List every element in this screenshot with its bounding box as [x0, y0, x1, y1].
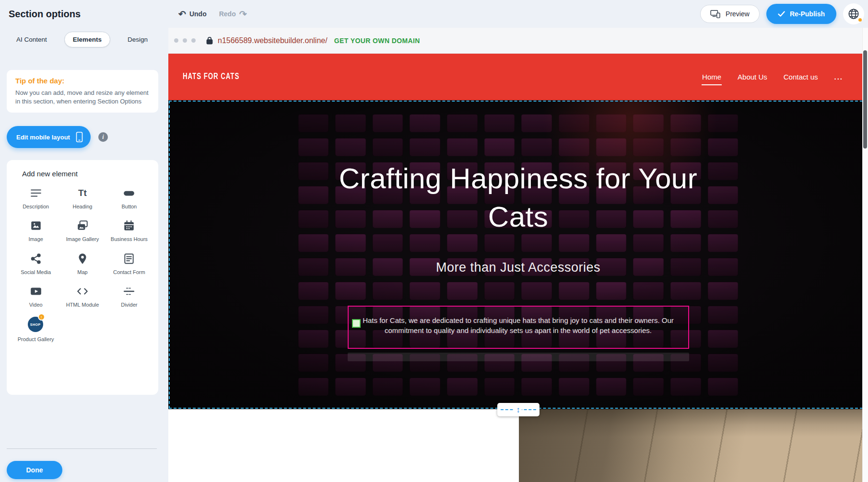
hero-tile — [484, 282, 515, 300]
hero-tile — [559, 282, 590, 300]
redo-label: Redo — [219, 10, 236, 18]
preview-button[interactable]: Preview — [700, 5, 760, 23]
check-icon — [778, 11, 785, 17]
hero-subheading[interactable]: More than Just Accessories — [168, 260, 868, 275]
hero-tile — [707, 282, 739, 300]
button-icon — [122, 186, 136, 200]
hero-tile — [633, 282, 664, 300]
hero-tile — [298, 210, 329, 228]
hero-section[interactable]: Crafting Happiness for Your Cats More th… — [168, 100, 868, 409]
hero-tile — [335, 378, 366, 396]
tab-ai-content[interactable]: AI Content — [8, 32, 56, 47]
hero-tile — [298, 282, 329, 300]
element-image[interactable]: Image — [12, 216, 59, 245]
preview-label: Preview — [726, 10, 750, 18]
hero-tile — [484, 378, 515, 396]
element-contact-form[interactable]: Contact Form — [106, 249, 152, 278]
element-business-hours[interactable]: Business Hours — [106, 216, 152, 245]
shop-icon: SHOP ↑ — [28, 317, 44, 333]
element-image-gallery[interactable]: Image Gallery — [59, 216, 106, 245]
hero-tile — [596, 114, 627, 132]
hero-tile — [521, 114, 552, 132]
hero-tile — [484, 234, 515, 252]
heading-icon: Tt — [75, 186, 90, 200]
browser-chrome: n1566589.websitebuilder.online/ GET YOUR… — [168, 28, 868, 54]
hero-tile — [707, 234, 739, 252]
add-element-card: Add new element Description Tt Heading — [7, 160, 158, 395]
upgrade-badge-icon: ↑ — [38, 313, 45, 321]
video-icon — [29, 284, 43, 298]
next-section — [168, 409, 868, 482]
element-divider[interactable]: Divider — [106, 282, 152, 310]
hero-tile — [372, 114, 403, 132]
section-options-panel: AI Content Elements Design Tip of the da… — [0, 28, 168, 482]
nav-home[interactable]: Home — [702, 73, 721, 81]
hero-tile — [521, 234, 552, 252]
language-button[interactable] — [843, 3, 864, 24]
ghost-element-strip — [348, 353, 689, 361]
site-header: HATS FOR CATS Home About Us Contact us .… — [168, 54, 868, 100]
resize-arrows-icon: ↕ — [515, 406, 522, 414]
hero-tile — [670, 234, 702, 252]
info-icon[interactable]: i — [98, 132, 108, 142]
lock-icon — [206, 36, 213, 45]
hero-tile — [707, 162, 739, 180]
hero-tile — [447, 282, 478, 300]
hero-tile — [335, 138, 366, 156]
hero-tile — [372, 378, 403, 396]
element-map[interactable]: Map — [59, 249, 106, 278]
element-video[interactable]: Video — [12, 282, 59, 310]
element-html-module[interactable]: HTML Module — [59, 282, 106, 310]
hero-tile — [559, 234, 590, 252]
edit-mobile-layout-button[interactable]: Edit mobile layout — [7, 126, 91, 148]
tab-design[interactable]: Design — [119, 32, 156, 47]
element-description[interactable]: Description — [12, 184, 59, 212]
hero-tile — [707, 138, 739, 156]
tab-elements[interactable]: Elements — [64, 32, 110, 47]
hero-tile — [707, 330, 739, 348]
hero-tile — [633, 114, 664, 132]
hero-tile — [298, 378, 329, 396]
element-button[interactable]: Button — [106, 184, 152, 212]
add-element-title: Add new element — [22, 170, 152, 178]
phone-icon — [76, 132, 83, 142]
hero-paragraph[interactable]: Hats for Cats, we are dedicated to craft… — [353, 315, 683, 335]
page-title: Section options — [9, 9, 81, 20]
hero-tile — [372, 234, 403, 252]
section-resize-handle[interactable]: ↕ — [497, 403, 540, 416]
hero-tile — [447, 234, 478, 252]
sidebar-divider — [7, 448, 157, 449]
hero-tile — [596, 282, 627, 300]
undo-button[interactable]: ↶ Undo — [178, 10, 207, 19]
panel-tabs: AI Content Elements Design — [8, 32, 156, 47]
hero-tile — [633, 138, 664, 156]
globe-icon — [847, 8, 860, 20]
hero-tile — [335, 114, 366, 132]
hero-heading[interactable]: Crafting Happiness for Your Cats — [334, 160, 703, 236]
selected-paragraph-box[interactable]: Hats for Cats, we are dedicated to craft… — [348, 306, 689, 349]
site-preview-window: n1566589.websitebuilder.online/ GET YOUR… — [168, 28, 868, 482]
element-product-gallery[interactable]: SHOP ↑ Product Gallery — [12, 314, 59, 345]
site-nav: Home About Us Contact us ... — [702, 54, 843, 100]
republish-button[interactable]: Re-Publish — [766, 4, 836, 24]
top-toolbar: Section options ↶ Undo Redo ↷ Preview — [0, 0, 868, 28]
element-heading[interactable]: Tt Heading — [59, 184, 106, 212]
business-hours-icon — [122, 218, 136, 233]
scrollbar-thumb[interactable] — [863, 50, 867, 149]
hero-tile — [335, 282, 366, 300]
hero-tile — [447, 114, 478, 132]
element-social-media[interactable]: Social Media — [12, 249, 59, 278]
nav-about-us[interactable]: About Us — [738, 73, 767, 81]
hero-tile — [298, 162, 329, 180]
hero-tile — [559, 378, 590, 396]
hero-tile — [372, 282, 403, 300]
resize-handle[interactable] — [352, 319, 361, 328]
nav-contact-us[interactable]: Contact us — [784, 73, 818, 81]
get-domain-link[interactable]: GET YOUR OWN DOMAIN — [334, 37, 420, 45]
nav-more-button[interactable]: ... — [834, 73, 843, 81]
image-icon — [29, 218, 43, 233]
redo-button[interactable]: Redo ↷ — [219, 10, 247, 19]
done-button[interactable]: Done — [7, 461, 62, 479]
hero-tile — [298, 306, 329, 324]
hero-tile — [410, 138, 441, 156]
